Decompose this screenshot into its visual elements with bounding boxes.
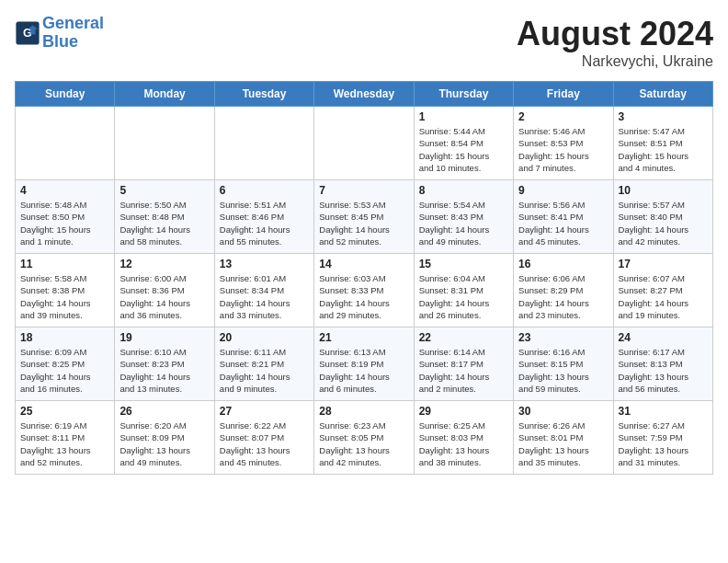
calendar-cell: 30Sunrise: 6:26 AM Sunset: 8:01 PM Dayli…: [514, 401, 613, 475]
calendar-cell: 17Sunrise: 6:07 AM Sunset: 8:27 PM Dayli…: [613, 254, 712, 327]
logo-line1: General: [42, 14, 104, 32]
calendar-cell: 19Sunrise: 6:10 AM Sunset: 8:23 PM Dayli…: [115, 327, 214, 401]
day-number: 13: [220, 258, 309, 270]
day-number: 17: [619, 258, 708, 270]
calendar-cell: 22Sunrise: 6:14 AM Sunset: 8:17 PM Dayli…: [414, 327, 513, 401]
calendar-week-2: 4Sunrise: 5:48 AM Sunset: 8:50 PM Daylig…: [16, 180, 713, 254]
day-number: 23: [518, 331, 608, 344]
day-info: Sunrise: 5:51 AM Sunset: 8:46 PM Dayligh…: [220, 199, 309, 247]
day-number: 24: [619, 331, 708, 344]
day-number: 16: [518, 258, 608, 270]
calendar-cell: 23Sunrise: 6:16 AM Sunset: 8:15 PM Dayli…: [514, 327, 613, 401]
calendar-cell: [16, 107, 115, 180]
day-number: 28: [319, 405, 408, 418]
day-info: Sunrise: 5:48 AM Sunset: 8:50 PM Dayligh…: [20, 199, 109, 247]
day-number: 9: [518, 184, 608, 197]
day-info: Sunrise: 6:16 AM Sunset: 8:15 PM Dayligh…: [518, 346, 608, 395]
day-number: 4: [20, 184, 109, 197]
day-info: Sunrise: 6:11 AM Sunset: 8:21 PM Dayligh…: [220, 346, 309, 395]
calendar-week-3: 11Sunrise: 5:58 AM Sunset: 8:38 PM Dayli…: [16, 254, 713, 327]
col-header-tuesday: Tuesday: [214, 82, 313, 107]
day-info: Sunrise: 5:54 AM Sunset: 8:43 PM Dayligh…: [419, 199, 508, 247]
day-info: Sunrise: 6:04 AM Sunset: 8:31 PM Dayligh…: [419, 272, 508, 321]
day-number: 21: [319, 331, 408, 344]
day-info: Sunrise: 6:23 AM Sunset: 8:05 PM Dayligh…: [319, 419, 408, 468]
day-info: Sunrise: 6:01 AM Sunset: 8:34 PM Dayligh…: [220, 272, 309, 321]
title-area: August 2024 Narkevychi, Ukraine: [517, 15, 713, 70]
day-info: Sunrise: 6:07 AM Sunset: 8:27 PM Dayligh…: [619, 272, 708, 321]
col-header-monday: Monday: [115, 82, 214, 107]
calendar-cell: 14Sunrise: 6:03 AM Sunset: 8:33 PM Dayli…: [314, 254, 414, 327]
day-info: Sunrise: 6:26 AM Sunset: 8:01 PM Dayligh…: [518, 419, 608, 468]
day-info: Sunrise: 6:22 AM Sunset: 8:07 PM Dayligh…: [220, 419, 309, 468]
day-info: Sunrise: 6:09 AM Sunset: 8:25 PM Dayligh…: [20, 346, 109, 395]
day-info: Sunrise: 6:19 AM Sunset: 8:11 PM Dayligh…: [20, 419, 109, 468]
day-info: Sunrise: 6:00 AM Sunset: 8:36 PM Dayligh…: [119, 272, 209, 321]
day-info: Sunrise: 6:25 AM Sunset: 8:03 PM Dayligh…: [419, 419, 508, 468]
day-number: 20: [220, 331, 309, 344]
sub-title: Narkevychi, Ukraine: [517, 53, 713, 70]
day-number: 25: [20, 405, 109, 418]
day-info: Sunrise: 6:20 AM Sunset: 8:09 PM Dayligh…: [119, 419, 209, 468]
col-header-wednesday: Wednesday: [314, 82, 414, 107]
day-info: Sunrise: 5:56 AM Sunset: 8:41 PM Dayligh…: [518, 199, 608, 247]
calendar-cell: 18Sunrise: 6:09 AM Sunset: 8:25 PM Dayli…: [16, 327, 115, 401]
day-number: 2: [518, 110, 608, 123]
calendar-cell: 31Sunrise: 6:27 AM Sunset: 7:59 PM Dayli…: [613, 401, 712, 475]
calendar-cell: 9Sunrise: 5:56 AM Sunset: 8:41 PM Daylig…: [514, 180, 613, 254]
calendar-cell: 16Sunrise: 6:06 AM Sunset: 8:29 PM Dayli…: [514, 254, 613, 327]
calendar-cell: 25Sunrise: 6:19 AM Sunset: 8:11 PM Dayli…: [16, 401, 115, 475]
calendar-cell: 1Sunrise: 5:44 AM Sunset: 8:54 PM Daylig…: [414, 107, 513, 180]
day-info: Sunrise: 6:10 AM Sunset: 8:23 PM Dayligh…: [119, 346, 209, 395]
logo-text: General Blue: [42, 15, 104, 52]
logo: G General Blue: [15, 15, 104, 52]
calendar-cell: 20Sunrise: 6:11 AM Sunset: 8:21 PM Dayli…: [214, 327, 313, 401]
day-info: Sunrise: 6:06 AM Sunset: 8:29 PM Dayligh…: [518, 272, 608, 321]
calendar-cell: 4Sunrise: 5:48 AM Sunset: 8:50 PM Daylig…: [16, 180, 115, 254]
main-title: August 2024: [517, 15, 713, 53]
day-info: Sunrise: 5:57 AM Sunset: 8:40 PM Dayligh…: [619, 199, 708, 247]
col-header-thursday: Thursday: [414, 82, 513, 107]
calendar-cell: [115, 107, 214, 180]
day-number: 26: [119, 405, 209, 418]
col-header-saturday: Saturday: [613, 82, 712, 107]
day-number: 27: [220, 405, 309, 418]
calendar-cell: 24Sunrise: 6:17 AM Sunset: 8:13 PM Dayli…: [613, 327, 712, 401]
day-info: Sunrise: 6:27 AM Sunset: 7:59 PM Dayligh…: [619, 419, 708, 468]
day-info: Sunrise: 5:50 AM Sunset: 8:48 PM Dayligh…: [119, 199, 209, 247]
day-number: 7: [319, 184, 408, 197]
day-info: Sunrise: 5:47 AM Sunset: 8:51 PM Dayligh…: [619, 125, 708, 174]
day-info: Sunrise: 6:03 AM Sunset: 8:33 PM Dayligh…: [319, 272, 408, 321]
calendar-cell: 5Sunrise: 5:50 AM Sunset: 8:48 PM Daylig…: [115, 180, 214, 254]
day-number: 14: [319, 258, 408, 270]
calendar-week-4: 18Sunrise: 6:09 AM Sunset: 8:25 PM Dayli…: [16, 327, 713, 401]
calendar-week-5: 25Sunrise: 6:19 AM Sunset: 8:11 PM Dayli…: [16, 401, 713, 475]
day-number: 22: [419, 331, 508, 344]
calendar-cell: [314, 107, 414, 180]
day-info: Sunrise: 5:46 AM Sunset: 8:53 PM Dayligh…: [518, 125, 608, 174]
day-number: 18: [20, 331, 109, 344]
col-header-sunday: Sunday: [16, 82, 115, 107]
day-info: Sunrise: 6:14 AM Sunset: 8:17 PM Dayligh…: [419, 346, 508, 395]
calendar-cell: 13Sunrise: 6:01 AM Sunset: 8:34 PM Dayli…: [214, 254, 313, 327]
col-header-friday: Friday: [514, 82, 613, 107]
calendar-cell: 8Sunrise: 5:54 AM Sunset: 8:43 PM Daylig…: [414, 180, 513, 254]
calendar-cell: 12Sunrise: 6:00 AM Sunset: 8:36 PM Dayli…: [115, 254, 214, 327]
calendar-cell: 28Sunrise: 6:23 AM Sunset: 8:05 PM Dayli…: [314, 401, 414, 475]
day-number: 15: [419, 258, 508, 270]
day-number: 6: [220, 184, 309, 197]
day-number: 30: [518, 405, 608, 418]
day-info: Sunrise: 5:53 AM Sunset: 8:45 PM Dayligh…: [319, 199, 408, 247]
day-info: Sunrise: 6:17 AM Sunset: 8:13 PM Dayligh…: [619, 346, 708, 395]
calendar-cell: [214, 107, 313, 180]
calendar-cell: 11Sunrise: 5:58 AM Sunset: 8:38 PM Dayli…: [16, 254, 115, 327]
calendar-cell: 2Sunrise: 5:46 AM Sunset: 8:53 PM Daylig…: [514, 107, 613, 180]
calendar-cell: 29Sunrise: 6:25 AM Sunset: 8:03 PM Dayli…: [414, 401, 513, 475]
logo-icon: G: [15, 20, 40, 46]
calendar-cell: 10Sunrise: 5:57 AM Sunset: 8:40 PM Dayli…: [613, 180, 712, 254]
day-number: 19: [119, 331, 209, 344]
calendar-cell: 7Sunrise: 5:53 AM Sunset: 8:45 PM Daylig…: [314, 180, 414, 254]
logo-line2: Blue: [42, 32, 78, 51]
day-number: 29: [419, 405, 508, 418]
day-number: 11: [20, 258, 109, 270]
